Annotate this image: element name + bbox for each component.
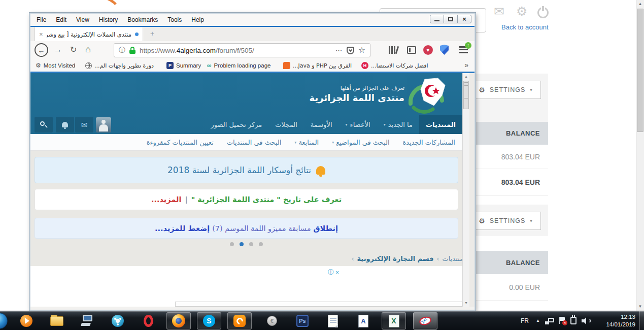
url-bar[interactable]: ⓘ https://www.4algeria.com/forum/f/505/ …: [114, 43, 370, 57]
language-indicator[interactable]: FR: [521, 311, 529, 330]
minimize-button[interactable]: [430, 15, 444, 23]
scrollbar-thumb[interactable]: [463, 81, 469, 109]
scroll-up-button[interactable]: ▲: [463, 73, 469, 80]
page-actions-icon[interactable]: ⋯: [335, 47, 343, 54]
forward-button[interactable]: →: [54, 46, 62, 54]
close-button[interactable]: ×: [457, 15, 471, 23]
notice-more-link[interactable]: المزيد...: [151, 195, 182, 204]
menu-edit[interactable]: Edit: [56, 16, 66, 23]
breadcrumb-current[interactable]: قسم التجارة الإلكترونية: [357, 255, 433, 262]
pagination-dot[interactable]: [249, 242, 253, 246]
settings-button-2[interactable]: ⚙ SETTINGS ▾: [470, 212, 541, 230]
taskbar-file-explorer[interactable]: [45, 312, 69, 329]
taskbar-uc-browser[interactable]: [227, 312, 252, 329]
taskbar-media-player[interactable]: [14, 312, 39, 329]
taskbar-wordpad[interactable]: A: [351, 312, 376, 329]
scroll-down-button[interactable]: ▼: [636, 303, 644, 311]
pocket-icon[interactable]: [347, 47, 354, 54]
reload-button[interactable]: ↻: [70, 46, 77, 54]
active-tab[interactable]: × منتدى العملات الإلكترونية [ بيع وشرا: [35, 27, 143, 41]
subnav-search-threads[interactable]: البحث في المواضيع▾: [332, 139, 389, 146]
settings-button-1[interactable]: ⚙ SETTINGS ▾: [470, 81, 541, 99]
sidebar-icon[interactable]: [407, 46, 416, 54]
subnav-mark-read[interactable]: تعيين المنتديات كمقروءة: [147, 139, 214, 146]
bookmark-problem-page[interactable]: ∞ Problem loading page: [207, 59, 270, 72]
menu-view[interactable]: View: [76, 16, 89, 23]
pagination-dot[interactable]: [230, 242, 234, 246]
back-button[interactable]: ←: [35, 43, 48, 57]
tray-clock[interactable]: 12:13 14/01/2019: [598, 313, 635, 330]
horizontal-scrollbar[interactable]: [175, 302, 462, 307]
taskbar-opera[interactable]: [136, 312, 160, 329]
taskbar-skype[interactable]: S: [197, 312, 221, 329]
bookmark-course[interactable]: دورة تطوير واجهات الم...: [85, 59, 154, 72]
scroll-up-button[interactable]: ▲: [636, 0, 644, 8]
vpn-shield-icon[interactable]: [440, 45, 449, 55]
taskbar-currency-app[interactable]: €: [260, 312, 284, 329]
speaker-icon[interactable]: [582, 317, 591, 324]
menu-history[interactable]: History: [99, 16, 118, 23]
gear-icon[interactable]: ⚙: [516, 5, 527, 18]
scrollbar-thumb[interactable]: [637, 9, 643, 132]
nav-whats-new[interactable]: ما الجديد▾: [377, 115, 419, 134]
taskbar-snipping-tool[interactable]: ✂: [413, 312, 437, 329]
menu-bookmarks[interactable]: Bookmarks: [127, 16, 158, 23]
taskbar-firefox[interactable]: [166, 312, 191, 329]
adchoices-close-icon[interactable]: ×: [335, 269, 339, 276]
network-icon[interactable]: [545, 318, 554, 324]
page-scrollbar[interactable]: ▲ ▼: [636, 0, 644, 311]
show-desktop-button[interactable]: [639, 311, 644, 330]
bookmark-most-visited[interactable]: ⚙ Most Visited: [36, 59, 75, 72]
user-avatar[interactable]: [94, 117, 113, 133]
subnav-following[interactable]: المتابعة▾: [294, 139, 319, 146]
pagination-dot[interactable]: [259, 242, 263, 246]
notice-more-link[interactable]: إضغط للمزيد...: [155, 224, 210, 233]
messages-button[interactable]: ✉: [75, 117, 93, 133]
notice-forum-history[interactable]: تعرف على تاريخ " منتدى اللمة الجزائرية "…: [35, 189, 458, 210]
subnav-new-posts[interactable]: المشاركات الجديدة: [403, 139, 456, 146]
nav-magazines[interactable]: المجلات: [268, 115, 303, 134]
https-lock-icon[interactable]: [129, 47, 135, 54]
nav-forums[interactable]: المنتديات: [419, 115, 462, 134]
back-to-account-link[interactable]: Back to account: [501, 23, 549, 31]
nav-image-upload[interactable]: مركز تحميل الصور: [204, 115, 268, 134]
forum-logo[interactable]: تعرف على الجزائر من أهلها منتدى اللمة ال…: [310, 74, 455, 114]
url-text[interactable]: https://www.4algeria.com/forum/f/505/: [140, 47, 254, 54]
mail-icon[interactable]: ✉: [494, 5, 504, 18]
nav-medals[interactable]: الأوسمة: [304, 115, 339, 134]
menu-help[interactable]: Help: [191, 16, 204, 23]
new-tab-button[interactable]: +: [150, 29, 154, 38]
alerts-button[interactable]: [56, 117, 74, 133]
bookmark-hosting[interactable]: H افضل شركات الاستضا...: [361, 59, 428, 72]
menu-file[interactable]: File: [37, 16, 46, 23]
power-icon[interactable]: [537, 7, 549, 18]
library-icon[interactable]: [389, 46, 399, 54]
taskbar-excel[interactable]: X: [382, 312, 406, 329]
bookmark-star-icon[interactable]: ☆: [358, 46, 365, 54]
taskbar-notepad[interactable]: [321, 312, 345, 329]
taskbar-remote-desktop[interactable]: [75, 312, 99, 329]
taskbar-video-player[interactable]: [106, 312, 130, 329]
search-button[interactable]: [35, 117, 53, 133]
maximize-button[interactable]: [444, 15, 458, 23]
addon-heart-icon[interactable]: ♥: [423, 45, 433, 55]
bookmark-paypal-summary[interactable]: P Summary: [166, 59, 201, 72]
content-scrollbar[interactable]: ▲ ▼: [462, 73, 469, 307]
bookmarks-overflow-icon[interactable]: »: [464, 61, 468, 69]
subnav-search-forums[interactable]: البحث في المنتديات: [227, 139, 282, 146]
notice-contest[interactable]: إنطلاق مسابقة مميزو اللمة الموسم (7) إضغ…: [35, 218, 458, 239]
action-center-flag-icon[interactable]: ×: [558, 317, 566, 325]
start-button[interactable]: [0, 313, 8, 329]
pagination-dot-active[interactable]: [240, 242, 244, 246]
taskbar-photoshop[interactable]: Ps: [290, 312, 315, 329]
tray-expand-icon[interactable]: ▲: [536, 311, 540, 330]
scroll-down-button[interactable]: ▼: [463, 300, 469, 307]
adchoices-info-icon[interactable]: ⓘ: [328, 268, 334, 277]
tab-close-icon[interactable]: ×: [39, 31, 43, 38]
menu-tools[interactable]: Tools: [167, 16, 182, 23]
notice-oscar-results[interactable]: نتائج أوسكار اللمة الجزائرية لسنة 2018: [35, 157, 458, 183]
page-info-icon[interactable]: ⓘ: [119, 46, 125, 55]
nav-members[interactable]: الأعضاء▾: [339, 115, 377, 134]
power-plug-icon[interactable]: [570, 317, 577, 324]
home-button[interactable]: ⌂: [85, 45, 91, 54]
